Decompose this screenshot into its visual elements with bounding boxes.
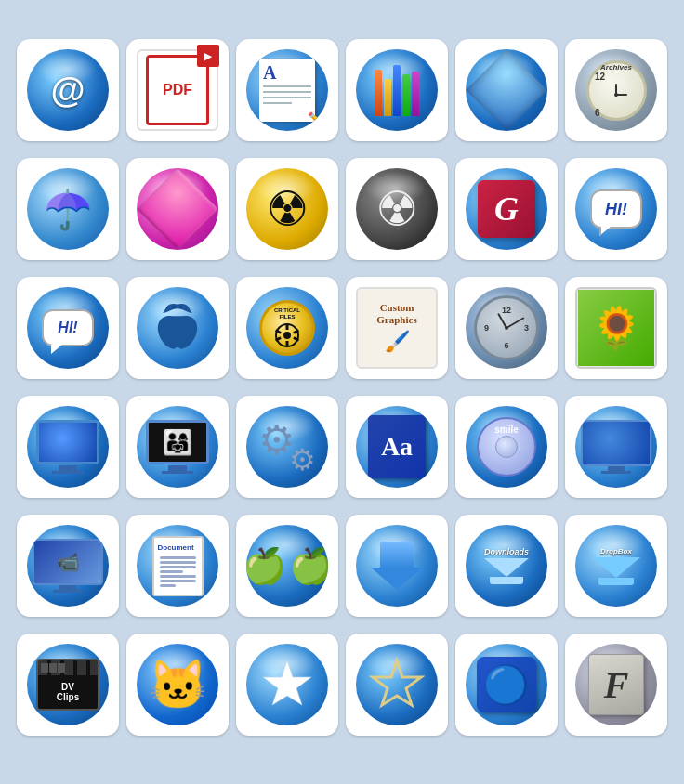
icon-download[interactable] <box>346 515 448 617</box>
icon-downloads-label[interactable]: Downloads <box>455 515 558 617</box>
icon-radiation-dark[interactable]: ☢ <box>346 158 448 260</box>
icon-dropbox[interactable]: DropBox <box>565 515 667 617</box>
icon-wide-monitor[interactable] <box>565 396 667 498</box>
icon-smile-disc[interactable]: smile <box>455 396 558 498</box>
icon-photo-display[interactable]: 🌻 <box>565 277 667 379</box>
svg-marker-8 <box>263 660 311 705</box>
icon-finder[interactable]: 🔵 <box>455 634 558 736</box>
icon-blue-cat[interactable]: 🐱 <box>126 634 229 736</box>
icon-font-f[interactable]: F <box>565 634 667 736</box>
icon-growl[interactable]: G <box>455 158 558 260</box>
icon-critical-files[interactable]: CRItICaLFILES <box>236 277 338 379</box>
icon-grid: @ PDF ▶ A ✏️ <box>0 20 684 764</box>
icon-document[interactable]: Document <box>126 515 229 617</box>
icon-video-preview[interactable]: 📹 <box>17 515 119 617</box>
icon-address-book[interactable]: @ <box>17 39 119 141</box>
svg-point-7 <box>283 332 291 339</box>
icon-gears[interactable]: ⚙ ⚙ <box>236 396 338 498</box>
icon-tools[interactable] <box>346 39 448 141</box>
icon-star-white[interactable] <box>236 634 338 736</box>
icon-apple[interactable] <box>126 277 229 379</box>
icon-custom-graphics[interactable]: CustomGraphics 🖌️ <box>346 277 448 379</box>
icon-monitor-1[interactable] <box>17 396 119 498</box>
svg-marker-9 <box>373 660 421 705</box>
icon-hi-bubble-blue[interactable]: HI! <box>565 158 667 260</box>
icon-font-book[interactable]: Aa <box>346 396 448 498</box>
icon-pink-fold[interactable] <box>126 158 229 260</box>
icon-star-outline[interactable] <box>346 634 448 736</box>
icon-pdf[interactable]: PDF ▶ <box>126 39 229 141</box>
icon-green-apples[interactable]: 🍏 🍏 <box>236 515 338 617</box>
icon-clock-weather[interactable]: 12 6 9 3 <box>455 277 558 379</box>
icon-umbrella[interactable]: ☂️ <box>17 158 119 260</box>
icon-dv-clips[interactable]: DVClips <box>17 634 119 736</box>
icon-archives[interactable]: Archives 12 6 <box>565 39 667 141</box>
icon-hi-bubble-small[interactable]: HI! <box>17 277 119 379</box>
icon-blue-fold[interactable] <box>455 39 558 141</box>
icon-radiation-yellow[interactable]: ☢ <box>236 158 338 260</box>
icon-pages[interactable]: A ✏️ <box>236 39 338 141</box>
icon-monitor-photo[interactable]: 👨‍👩‍👧 <box>126 396 229 498</box>
